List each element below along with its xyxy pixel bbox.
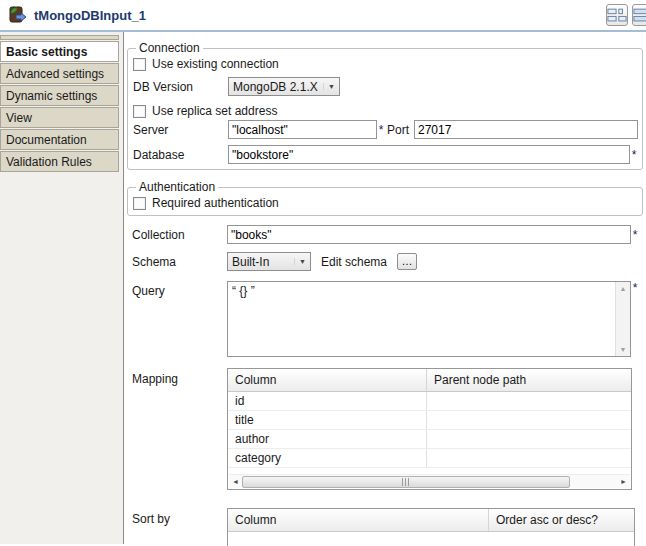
edit-schema-button[interactable]: … (397, 253, 417, 270)
use-replica-set-checkbox[interactable] (133, 105, 146, 118)
sort-by-table-header: Column Order asc or desc? (228, 509, 634, 532)
sort-by-label: Sort by (132, 508, 227, 526)
tab-validation-rules[interactable]: Validation Rules (0, 151, 119, 172)
scrollbar-grip-icon (402, 478, 411, 486)
tab-label: Advanced settings (6, 67, 104, 81)
tab-view[interactable]: View (0, 107, 119, 128)
vertical-layout-button[interactable] (632, 4, 646, 26)
chevron-down-icon: ▼ (323, 83, 339, 90)
db-version-label: DB Version (133, 80, 228, 94)
mapping-row[interactable]: title (228, 411, 631, 430)
sort-by-header-column[interactable]: Column (228, 509, 489, 531)
mapping-cell-parent[interactable] (427, 449, 631, 467)
mapping-row[interactable]: id (228, 392, 631, 411)
mapping-label: Mapping (132, 368, 227, 386)
scroll-right-icon[interactable]: ► (617, 478, 630, 485)
required-asterisk: * (631, 228, 639, 242)
authentication-group-legend: Authentication (136, 180, 218, 194)
mapping-cell-column[interactable]: category (228, 449, 427, 467)
mapping-header-column[interactable]: Column (228, 369, 427, 391)
scroll-left-icon[interactable]: ◄ (229, 478, 242, 485)
tab-label: Dynamic settings (6, 89, 97, 103)
tab-documentation[interactable]: Documentation (0, 129, 119, 150)
horizontal-layout-button[interactable] (606, 4, 628, 26)
component-settings-window: tMongoDBInput_1 Basic sett (0, 0, 646, 546)
mapping-cell-column[interactable]: title (228, 411, 427, 429)
mapping-horizontal-scrollbar[interactable]: ◄ ► (229, 474, 630, 488)
scroll-up-icon[interactable]: ▲ (620, 282, 627, 295)
view-layout-buttons (606, 4, 646, 26)
sort-by-header-order[interactable]: Order asc or desc? (489, 509, 634, 531)
db-version-value: MongoDB 2.1.X (229, 80, 323, 94)
scroll-down-icon[interactable]: ▼ (620, 343, 627, 356)
scrollbar-thumb[interactable] (242, 476, 570, 488)
mapping-cell-parent[interactable] (427, 411, 631, 429)
database-label: Database (133, 148, 228, 162)
required-authentication-checkbox[interactable] (133, 197, 146, 210)
use-replica-set-label: Use replica set address (152, 104, 277, 118)
database-input[interactable] (228, 145, 630, 164)
query-vertical-scrollbar[interactable]: ▲ ▼ (615, 282, 630, 356)
tab-label: Documentation (6, 133, 87, 147)
mapping-table: Column Parent node path id title author (227, 368, 632, 490)
required-asterisk: * (630, 148, 638, 162)
query-textarea[interactable]: “ {} ” ▲ ▼ (227, 281, 631, 357)
db-version-select[interactable]: MongoDB 2.1.X ▼ (228, 77, 340, 96)
mongodb-input-component-icon (9, 6, 27, 24)
component-header: tMongoDBInput_1 (0, 0, 646, 32)
schema-value: Built-In (228, 255, 294, 269)
collection-label: Collection (132, 228, 227, 242)
tab-dynamic-settings[interactable]: Dynamic settings (0, 85, 119, 106)
server-label: Server (133, 123, 228, 137)
sort-by-table: Column Order asc or desc? (227, 508, 635, 546)
use-existing-connection-checkbox[interactable] (133, 58, 146, 71)
tab-strip (0, 35, 119, 40)
ellipsis-icon: … (402, 255, 413, 267)
horizontal-layout-icon (607, 8, 627, 23)
port-input[interactable] (414, 120, 638, 139)
mapping-header-parent-node-path[interactable]: Parent node path (427, 369, 631, 391)
tab-label: View (6, 111, 32, 125)
vertical-layout-icon (633, 8, 646, 23)
component-title: tMongoDBInput_1 (34, 8, 146, 23)
mapping-cell-column[interactable]: author (228, 430, 427, 448)
required-asterisk: * (377, 123, 385, 137)
mapping-table-header: Column Parent node path (228, 369, 631, 392)
basic-settings-panel: Connection Use existing connection DB Ve… (124, 32, 646, 544)
tab-label: Validation Rules (6, 155, 92, 169)
collection-input[interactable] (227, 225, 631, 244)
mapping-cell-parent[interactable] (427, 430, 631, 448)
port-label: Port (387, 123, 409, 137)
tab-label: Basic settings (6, 45, 87, 59)
tab-basic-settings[interactable]: Basic settings (0, 41, 119, 62)
settings-tab-list: Basic settings Advanced settings Dynamic… (0, 32, 124, 544)
query-label: Query (132, 281, 227, 298)
chevron-down-icon: ▼ (294, 258, 310, 265)
schema-label: Schema (132, 255, 227, 269)
mapping-cell-parent[interactable] (427, 392, 631, 410)
mapping-cell-column[interactable]: id (228, 392, 427, 410)
sort-by-empty-body[interactable] (228, 532, 634, 546)
use-existing-connection-label: Use existing connection (152, 57, 279, 71)
tab-advanced-settings[interactable]: Advanced settings (0, 63, 119, 84)
required-authentication-label: Required authentication (152, 196, 279, 210)
mapping-row[interactable]: category (228, 449, 631, 468)
connection-group-legend: Connection (136, 41, 203, 55)
mapping-row[interactable]: author (228, 430, 631, 449)
query-value: “ {} ” (232, 284, 255, 298)
authentication-group: Authentication Required authentication (127, 180, 643, 216)
schema-select[interactable]: Built-In ▼ (227, 252, 311, 271)
server-input[interactable] (228, 120, 377, 139)
connection-group: Connection Use existing connection DB Ve… (127, 41, 643, 170)
edit-schema-label: Edit schema (321, 255, 387, 269)
required-asterisk: * (631, 281, 639, 295)
